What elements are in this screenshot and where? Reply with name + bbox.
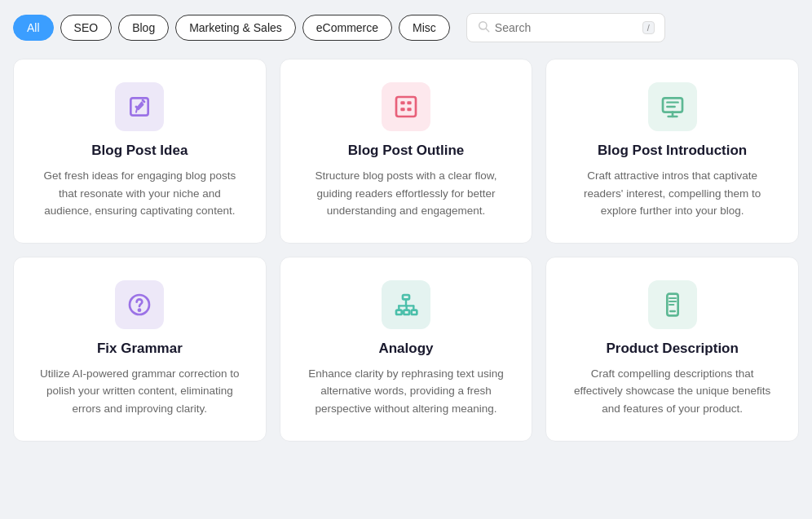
filter-btn-all[interactable]: All — [13, 15, 54, 41]
svg-line-3 — [136, 108, 137, 112]
card-analogy[interactable]: Analogy Enhance clarity by rephrasing te… — [280, 257, 533, 442]
card-title-analogy: Analogy — [378, 341, 433, 357]
search-wrapper: / — [466, 13, 665, 42]
card-icon-fix-grammar — [115, 280, 164, 329]
card-icon-product-description — [648, 280, 697, 329]
filter-bar: AllSEOBlogMarketing & SaleseCommerceMisc… — [13, 13, 799, 42]
svg-rect-4 — [396, 97, 416, 117]
svg-rect-7 — [400, 108, 404, 111]
card-desc-blog-post-introduction: Craft attractive intros that captivate r… — [566, 167, 779, 220]
filter-btn-seo[interactable]: SEO — [60, 15, 113, 41]
svg-line-1 — [486, 29, 489, 32]
card-title-fix-grammar: Fix Grammar — [97, 341, 183, 357]
svg-rect-6 — [407, 101, 411, 104]
card-blog-post-introduction[interactable]: Blog Post Introduction Craft attractive … — [545, 59, 799, 244]
card-blog-post-idea[interactable]: Blog Post Idea Get fresh ideas for engag… — [13, 59, 267, 244]
search-icon — [477, 20, 490, 36]
card-title-product-description: Product Description — [606, 341, 738, 357]
svg-rect-9 — [663, 98, 682, 112]
card-desc-product-description: Craft compelling descriptions that effec… — [566, 365, 779, 418]
card-desc-blog-post-idea: Get fresh ideas for engaging blog posts … — [33, 167, 246, 220]
search-kbd: / — [642, 21, 655, 34]
card-fix-grammar[interactable]: Fix Grammar Utilize AI-powered grammar c… — [13, 257, 267, 442]
card-title-blog-post-outline: Blog Post Outline — [348, 143, 465, 159]
cards-grid: Blog Post Idea Get fresh ideas for engag… — [13, 59, 799, 442]
filter-btn-blog[interactable]: Blog — [118, 15, 169, 41]
card-icon-blog-post-introduction — [648, 82, 697, 131]
card-title-blog-post-introduction: Blog Post Introduction — [598, 143, 747, 159]
filter-btn-marketing---sales[interactable]: Marketing & Sales — [175, 15, 296, 41]
filter-btn-misc[interactable]: Misc — [399, 15, 450, 41]
card-icon-blog-post-outline — [382, 82, 430, 131]
svg-rect-8 — [407, 108, 411, 111]
search-input[interactable] — [495, 21, 638, 34]
svg-point-15 — [139, 309, 140, 310]
card-desc-fix-grammar: Utilize AI-powered grammar correction to… — [33, 365, 246, 418]
svg-rect-5 — [400, 101, 404, 104]
card-title-blog-post-idea: Blog Post Idea — [91, 143, 188, 159]
card-icon-blog-post-idea — [115, 82, 164, 131]
card-desc-analogy: Enhance clarity by rephrasing text using… — [300, 365, 513, 418]
card-product-description[interactable]: Product Description Craft compelling des… — [545, 257, 799, 442]
filter-btn-ecommerce[interactable]: eCommerce — [302, 15, 392, 41]
card-blog-post-outline[interactable]: Blog Post Outline Structure blog posts w… — [280, 59, 533, 244]
card-desc-blog-post-outline: Structure blog posts with a clear flow, … — [300, 167, 513, 220]
card-icon-analogy — [382, 280, 430, 329]
